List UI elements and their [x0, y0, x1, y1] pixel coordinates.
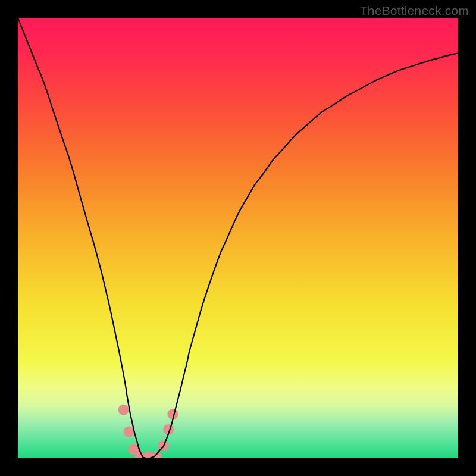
- chart-frame: TheBottleneck.com: [0, 0, 476, 476]
- curve-layer: [18, 18, 458, 458]
- bottleneck-curve: [18, 18, 458, 458]
- marker-dot: [118, 405, 129, 415]
- watermark-text: TheBottleneck.com: [360, 4, 469, 18]
- marker-dot: [123, 427, 134, 437]
- plot-area: [18, 18, 458, 458]
